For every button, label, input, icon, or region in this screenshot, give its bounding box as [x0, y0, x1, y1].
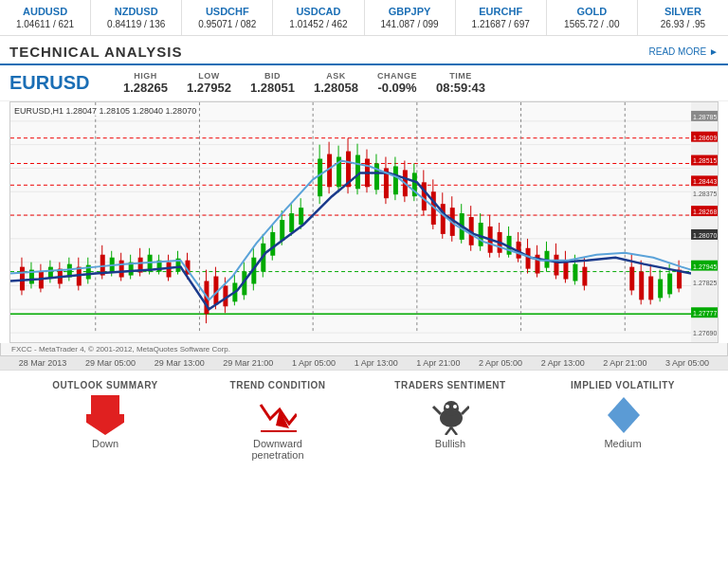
svg-line-176: [433, 407, 441, 414]
svg-text:1.28375: 1.28375: [693, 190, 717, 197]
read-more-link[interactable]: READ MORE ►: [649, 46, 719, 57]
svg-text:1.28515: 1.28515: [693, 158, 717, 165]
high-group: HIGH 1.28265: [123, 71, 168, 95]
indicator-label: OUTLOOK SUMMARY: [52, 380, 158, 390]
bid-group: BID 1.28051: [250, 71, 295, 95]
svg-text:1.27945: 1.27945: [693, 263, 717, 270]
low-label: LOW: [198, 71, 220, 81]
indicator-icon: [604, 396, 642, 434]
bid-value: 1.28051: [250, 81, 295, 95]
ticker-symbol: GBPJPY: [369, 6, 451, 17]
instrument-row: EURUSD HIGH 1.28265 LOW 1.27952 BID 1.28…: [0, 65, 728, 101]
indicator-value: Downward penetration: [251, 438, 303, 461]
ticker-item[interactable]: USDCHF0.95071 / 082: [182, 0, 273, 35]
change-group: CHANGE -0.09%: [377, 71, 417, 95]
ticker-symbol: GOLD: [551, 6, 633, 17]
ticker-price: 1.01452 / 462: [277, 19, 359, 29]
ticker-symbol: EURCHF: [460, 6, 542, 17]
indicator-value: Down: [92, 438, 118, 449]
high-label: HIGH: [134, 71, 157, 81]
time-label-item: 1 Apr 05:00: [292, 358, 336, 368]
ticker-price: 1.04611 / 621: [4, 19, 86, 29]
indicator-label: IMPLIED VOLATILITY: [571, 380, 675, 390]
time-value: 08:59:43: [436, 81, 485, 95]
svg-marker-182: [608, 397, 640, 433]
change-label: CHANGE: [377, 71, 417, 81]
svg-text:1.27690: 1.27690: [693, 330, 717, 336]
svg-line-181: [451, 427, 457, 435]
svg-text:1.27825: 1.27825: [693, 280, 717, 286]
ticker-price: 1.21687 / 697: [460, 19, 542, 29]
attribution: FXCC - MetaTrader 4, © 2001-2012, MetaQu…: [0, 343, 728, 355]
low-value: 1.27952: [187, 81, 231, 95]
time-axis: 28 Mar 201329 Mar 05:0029 Mar 13:0029 Ma…: [0, 355, 728, 370]
ticker-symbol: USDCHF: [186, 6, 268, 17]
ticker-item[interactable]: SILVER26.93 / .95: [638, 0, 728, 35]
svg-text:1.28443: 1.28443: [693, 178, 717, 185]
indicator-item: IMPLIED VOLATILITYMedium: [547, 380, 699, 461]
svg-rect-135: [573, 264, 577, 281]
time-label-item: 1 Apr 13:00: [355, 358, 398, 368]
svg-text:1.28070: 1.28070: [693, 232, 717, 239]
ticker-price: 26.93 / .95: [642, 19, 724, 29]
indicator-item: OUTLOOK SUMMARY Down: [29, 380, 181, 461]
svg-line-180: [446, 427, 451, 435]
chart-container[interactable]: EURUSD,H1 1.28047 1.28105 1.28040 1.2807…: [9, 101, 719, 343]
time-label-item: 2 Apr 05:00: [479, 358, 522, 368]
time-label-item: 1 Apr 21:00: [416, 358, 460, 368]
indicators-row: OUTLOOK SUMMARY DownTREND CONDITION Down…: [0, 370, 728, 464]
ticker-price: 141.087 / 099: [369, 19, 451, 29]
indicator-icon: [259, 396, 297, 434]
time-label-item: 29 Mar 13:00: [155, 358, 205, 368]
technical-analysis-header: TECHNICAL ANALYSIS READ MORE ►: [0, 36, 728, 65]
svg-rect-131: [554, 255, 558, 276]
time-label-item: 29 Mar 05:00: [85, 358, 136, 368]
instrument-name: EURUSD: [9, 72, 123, 94]
indicator-icon: [86, 396, 124, 434]
svg-line-177: [462, 407, 469, 414]
svg-point-178: [446, 405, 449, 408]
svg-text:1.28785: 1.28785: [693, 114, 717, 120]
ticker-item[interactable]: NZDUSD0.84119 / 136: [91, 0, 182, 35]
indicator-value: Bullish: [435, 438, 465, 449]
ticker-item[interactable]: GBPJPY141.087 / 099: [365, 0, 456, 35]
svg-point-175: [444, 401, 459, 416]
section-title: TECHNICAL ANALYSIS: [9, 44, 182, 60]
ticker-item[interactable]: USDCAD1.01452 / 462: [273, 0, 364, 35]
time-label-item: 28 Mar 2013: [19, 358, 67, 368]
time-label-item: 29 Mar 21:00: [223, 358, 273, 368]
indicator-item: TRADERS SENTIMENT Bullish: [374, 380, 526, 461]
indicator-label: TREND CONDITION: [230, 380, 326, 390]
ticker-symbol: AUDUSD: [4, 6, 86, 17]
ticker-bar: AUDUSD1.04611 / 621NZDUSD0.84119 / 136US…: [0, 0, 728, 36]
ticker-price: 0.84119 / 136: [95, 19, 177, 29]
indicator-label: TRADERS SENTIMENT: [394, 380, 505, 390]
low-group: LOW 1.27952: [187, 71, 231, 95]
chart-info-label: EURUSD,H1 1.28047 1.28105 1.28040 1.2807…: [14, 106, 196, 116]
svg-text:1.28609: 1.28609: [693, 135, 717, 141]
ticker-symbol: SILVER: [642, 6, 724, 17]
svg-rect-133: [563, 261, 568, 280]
time-label-item: 3 Apr 05:00: [665, 358, 709, 368]
ticker-item[interactable]: GOLD1565.72 / .00: [547, 0, 638, 35]
ticker-item[interactable]: EURCHF1.21687 / 697: [456, 0, 547, 35]
ticker-item[interactable]: AUDUSD1.04611 / 621: [0, 0, 91, 35]
ask-value: 1.28058: [314, 81, 358, 95]
ticker-price: 0.95071 / 082: [186, 19, 268, 29]
change-value: -0.09%: [377, 81, 416, 95]
ask-label: ASK: [326, 71, 346, 81]
ticker-price: 1565.72 / .00: [551, 19, 633, 29]
time-label-item: 2 Apr 21:00: [603, 358, 646, 368]
high-value: 1.28265: [123, 81, 168, 95]
ticker-symbol: NZDUSD: [95, 6, 177, 17]
indicator-icon: [431, 396, 469, 434]
time-label: TIME: [449, 71, 472, 81]
svg-point-179: [453, 405, 457, 408]
ask-group: ASK 1.28058: [314, 71, 358, 95]
ticker-symbol: USDCAD: [277, 6, 359, 17]
indicator-item: TREND CONDITION Downward penetration: [202, 380, 354, 461]
svg-text:1.28268: 1.28268: [693, 208, 717, 215]
time-group: TIME 08:59:43: [436, 71, 485, 95]
indicator-value: Medium: [604, 438, 641, 449]
svg-text:1.27777: 1.27777: [693, 310, 717, 317]
